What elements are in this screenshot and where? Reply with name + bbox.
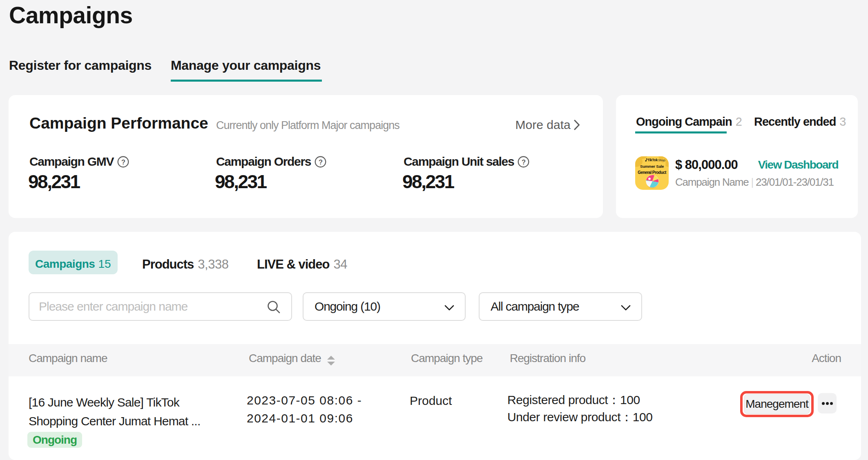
svg-text:General Product: General Product xyxy=(638,170,667,175)
svg-text:TikTok: TikTok xyxy=(647,158,658,162)
svg-text:?: ? xyxy=(121,158,125,165)
svg-text:?: ? xyxy=(319,158,323,165)
svg-text:Shop: Shop xyxy=(658,158,665,162)
svg-text:Summer Sale: Summer Sale xyxy=(640,164,664,169)
svg-text:?: ? xyxy=(522,158,526,165)
